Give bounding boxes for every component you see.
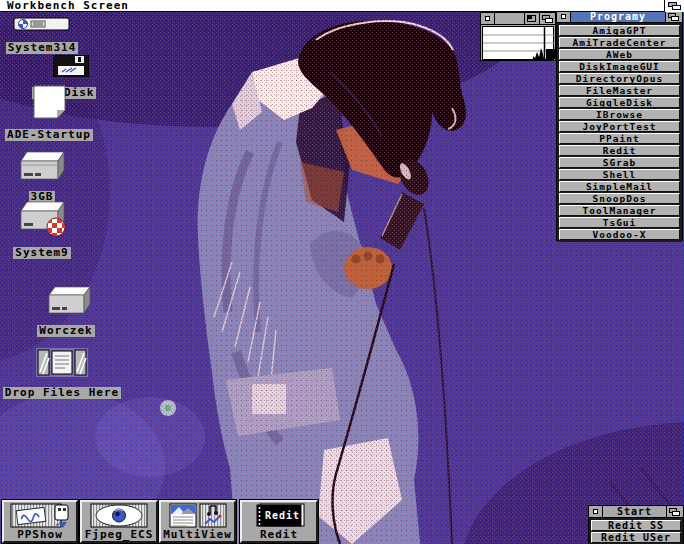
- program-button-joyporttest[interactable]: JoyPortTest: [559, 121, 680, 132]
- meter-titlebar[interactable]: [481, 13, 555, 25]
- programy-title: Programy: [571, 11, 665, 22]
- program-button-simplemail[interactable]: SimpleMail: [559, 181, 680, 192]
- cpu-meter-graph: [482, 26, 554, 60]
- desktop-icon-ade-startup[interactable]: ADE-Startup: [3, 85, 95, 142]
- program-button-diskimagegui[interactable]: DiskImageGUI: [559, 61, 680, 72]
- zoom-gadget[interactable]: [524, 13, 539, 24]
- desktop-icon-drop-files-here[interactable]: Drop Files Here: [0, 348, 124, 400]
- program-button-toolmanager[interactable]: ToolManager: [559, 205, 680, 216]
- close-icon: [593, 509, 598, 514]
- meter-graph-icon: [483, 27, 555, 59]
- icon-label: System9: [13, 247, 70, 259]
- fjpeg-icon: [90, 502, 148, 529]
- screen-titlebar[interactable]: Workbench Screen: [0, 0, 684, 12]
- program-button-voodoo-x[interactable]: Voodoo-X: [559, 229, 680, 240]
- start-window: Start Redit SS Redit USer: [588, 505, 684, 544]
- redit-icon-text: Redit: [265, 510, 300, 521]
- program-button-shell[interactable]: Shell: [559, 169, 680, 180]
- start-titlebar[interactable]: Start: [589, 506, 683, 518]
- program-button-sgrab[interactable]: SGrab: [559, 157, 680, 168]
- depth-gadget[interactable]: [665, 11, 682, 22]
- screen-depth-gadget[interactable]: [664, 0, 684, 12]
- programy-window: Programy AmigaGPT AmiTradeCenter AWeb Di…: [556, 10, 683, 241]
- program-button-amigagpt[interactable]: AmigaGPT: [559, 25, 680, 36]
- programy-titlebar[interactable]: Programy: [557, 11, 682, 23]
- close-icon: [485, 16, 490, 21]
- close-gadget[interactable]: [481, 13, 495, 24]
- programy-list: AmigaGPT AmiTradeCenter AWeb DiskImageGU…: [557, 23, 682, 242]
- program-button-aweb[interactable]: AWeb: [559, 49, 680, 60]
- program-button-snoopdos[interactable]: SnoopDos: [559, 193, 680, 204]
- program-button-tsgui[interactable]: TsGui: [559, 217, 680, 228]
- program-button-redit[interactable]: Redit: [559, 145, 680, 156]
- program-button-ibrowse[interactable]: IBrowse: [559, 109, 680, 120]
- icon-label: ADE-Startup: [5, 129, 93, 141]
- icon-label: Drop Files Here: [3, 387, 121, 399]
- harddisk-case-icon: [13, 17, 71, 32]
- harddrive-boing-icon: [16, 201, 68, 237]
- start-button-redit-user[interactable]: Redit USer: [591, 532, 681, 543]
- harddrive-icon: [18, 151, 66, 181]
- dock-button-multiview[interactable]: MultiView: [159, 500, 236, 543]
- workbench-screen: Workbench Screen System314 Ram Disk: [0, 0, 684, 544]
- ppshow-icon: [9, 502, 71, 529]
- screen-title: Workbench Screen: [0, 0, 664, 11]
- document-icon: [33, 85, 66, 119]
- dock-button-ppshow[interactable]: PPShow: [2, 500, 78, 543]
- program-button-giggledisk[interactable]: GiggleDisk: [559, 97, 680, 108]
- program-button-filemaster[interactable]: FileMaster: [559, 85, 680, 96]
- dock-label: Redit: [260, 529, 298, 541]
- harddrive-icon: [46, 286, 92, 315]
- close-gadget[interactable]: [589, 506, 603, 517]
- close-icon: [561, 14, 566, 19]
- redit-notepad-icon: Redit: [248, 502, 310, 529]
- meter-window: [480, 12, 556, 61]
- multiview-icon: [169, 502, 227, 529]
- desktop-icon-system9[interactable]: System9: [8, 201, 76, 260]
- depth-gadget[interactable]: [666, 506, 683, 517]
- desktop-icon-worczek[interactable]: Worczek: [33, 286, 99, 338]
- desktop-icon-system314[interactable]: System314: [2, 17, 82, 55]
- start-title: Start: [603, 506, 666, 517]
- close-gadget[interactable]: [557, 11, 571, 22]
- desktop-icon-3gb[interactable]: 3GB: [14, 151, 70, 204]
- drop-files-icon: [36, 348, 88, 377]
- floppy-disk-icon: [53, 55, 89, 77]
- dock-button-redit[interactable]: Redit Redit: [240, 500, 318, 543]
- dock-button-fjpeg-ecs[interactable]: Fjpeg_ECS: [80, 500, 158, 543]
- program-button-amitradecenter[interactable]: AmiTradeCenter: [559, 37, 680, 48]
- depth-gadget[interactable]: [539, 13, 555, 24]
- dock-label: Fjpeg_ECS: [85, 529, 154, 541]
- program-button-directoryopus[interactable]: DirectoryOpus: [559, 73, 680, 84]
- dock-label: MultiView: [163, 529, 232, 541]
- icon-label: System314: [6, 42, 79, 54]
- program-button-ppaint[interactable]: PPaint: [559, 133, 680, 144]
- icon-label: Worczek: [37, 325, 94, 337]
- dock-label: PPShow: [17, 529, 63, 541]
- start-button-redit-ss[interactable]: Redit SS: [591, 520, 681, 531]
